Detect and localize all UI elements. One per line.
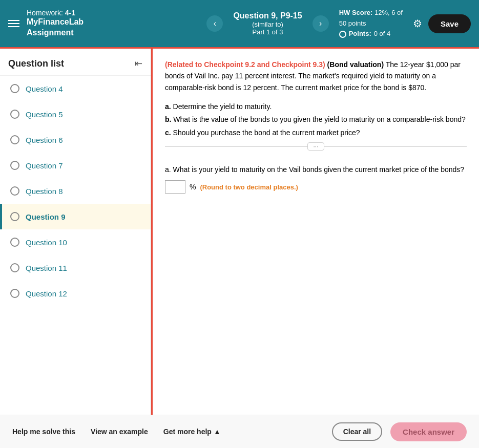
points-value: 0 of 4 bbox=[374, 29, 391, 39]
next-question-button[interactable]: › bbox=[313, 15, 329, 32]
points-label: Points: bbox=[349, 29, 371, 39]
question-list: Question 4Question 5Question 6Question 7… bbox=[0, 76, 151, 306]
radio-circle-icon bbox=[10, 212, 19, 221]
hw-score-value: 12%, 6 of bbox=[374, 9, 403, 16]
radio-circle-icon bbox=[10, 110, 19, 119]
question-item-label: Question 11 bbox=[26, 264, 67, 272]
part-a-desc: a. Determine the yield to maturity. bbox=[165, 100, 467, 113]
content-area: (Related to Checkpoint 9.2 and Checkpoin… bbox=[151, 49, 479, 415]
prev-question-button[interactable]: ‹ bbox=[206, 15, 223, 32]
part-a-text: Determine the yield to maturity. bbox=[173, 102, 272, 111]
sidebar-question-item-4[interactable]: Question 4 bbox=[0, 76, 151, 101]
question-item-label: Question 7 bbox=[26, 161, 63, 170]
get-more-help-arrow: ▲ bbox=[214, 428, 221, 436]
radio-circle-icon bbox=[10, 289, 19, 298]
question-item-label: Question 8 bbox=[26, 187, 63, 196]
settings-icon[interactable]: ⚙ bbox=[413, 17, 422, 30]
sidebar-question-item-11[interactable]: Question 11 bbox=[0, 255, 151, 281]
sidebar-title: Question list bbox=[8, 58, 64, 69]
question-parts: a. Determine the yield to maturity. b. W… bbox=[165, 100, 467, 139]
header: Homework: 4-1 MyFinanceLabAssignment ‹ Q… bbox=[0, 0, 479, 49]
get-more-help-label: Get more help bbox=[163, 428, 212, 436]
check-answer-button[interactable]: Check answer bbox=[390, 422, 467, 441]
radio-circle-icon bbox=[10, 161, 19, 170]
hw-label-text: Homework: bbox=[27, 9, 63, 17]
checkpoint-label: (Related to Checkpoint 9.2 and Checkpoin… bbox=[165, 60, 325, 69]
hw-score-points: 50 points bbox=[339, 18, 403, 29]
question-item-label: Question 4 bbox=[26, 84, 63, 93]
question-item-label: Question 10 bbox=[26, 238, 67, 247]
footer: Help me solve this View an example Get m… bbox=[0, 415, 479, 448]
help-solve-button[interactable]: Help me solve this bbox=[12, 423, 75, 440]
view-example-button[interactable]: View an example bbox=[91, 423, 148, 440]
get-more-help-button[interactable]: Get more help ▲ bbox=[163, 428, 221, 436]
answer-row: % (Round to two decimal places.) bbox=[165, 180, 467, 194]
part-b-desc: b. What is the value of the bonds to you… bbox=[165, 113, 467, 126]
header-score: HW Score: 12%, 6 of 50 points Points: 0 … bbox=[339, 8, 403, 39]
sidebar-question-item-12[interactable]: Question 12 bbox=[0, 281, 151, 306]
question-type: (Bond valuation) bbox=[327, 60, 384, 69]
question-item-label: Question 5 bbox=[26, 110, 63, 119]
sidebar-question-item-5[interactable]: Question 5 bbox=[0, 101, 151, 127]
question-item-label: Question 6 bbox=[26, 136, 63, 144]
question-title: Question 9, P9-15 bbox=[233, 11, 302, 20]
save-button[interactable]: Save bbox=[428, 14, 471, 33]
hw-title: MyFinanceLabAssignment bbox=[27, 17, 84, 38]
sidebar-question-item-9[interactable]: Question 9 bbox=[0, 204, 151, 229]
radio-circle-icon bbox=[10, 238, 19, 247]
part-c-desc: c. Should you purchase the bond at the c… bbox=[165, 126, 467, 139]
answer-hint: (Round to two decimal places.) bbox=[200, 183, 298, 191]
answer-input[interactable] bbox=[165, 180, 185, 194]
part-b-text: What is the value of the bonds to you gi… bbox=[173, 115, 465, 123]
sidebar-question-item-6[interactable]: Question 6 bbox=[0, 127, 151, 153]
menu-icon[interactable] bbox=[8, 20, 19, 27]
part-a-label: a. bbox=[165, 102, 171, 111]
part-a-question: a. What is your yield to maturity on the… bbox=[165, 164, 467, 175]
radio-circle-icon bbox=[10, 186, 19, 196]
hw-label: Homework: 4-1 bbox=[27, 9, 84, 17]
sidebar-question-item-10[interactable]: Question 10 bbox=[0, 229, 151, 255]
answer-unit: % bbox=[190, 183, 196, 191]
question-intro: (Related to Checkpoint 9.2 and Checkpoin… bbox=[165, 59, 467, 93]
collapse-sidebar-icon[interactable]: ⇤ bbox=[135, 58, 142, 69]
footer-left: Help me solve this View an example Get m… bbox=[12, 423, 221, 440]
part-c-text: Should you purchase the bond at the curr… bbox=[173, 129, 360, 137]
sidebar-header: Question list ⇤ bbox=[0, 49, 151, 76]
hw-id: 4-1 bbox=[65, 9, 75, 17]
radio-circle-icon bbox=[10, 263, 19, 272]
sidebar: Question list ⇤ Question 4Question 5Ques… bbox=[0, 49, 151, 415]
footer-right: Clear all Check answer bbox=[332, 422, 467, 441]
question-item-label: Question 9 bbox=[26, 212, 66, 221]
divider-dots: ··· bbox=[307, 142, 324, 151]
main-layout: Question list ⇤ Question 4Question 5Ques… bbox=[0, 49, 479, 415]
part-c-label: c. bbox=[165, 129, 171, 137]
header-brand: Homework: 4-1 MyFinanceLabAssignment bbox=[27, 9, 84, 38]
clear-all-button[interactable]: Clear all bbox=[332, 422, 382, 441]
question-subtitle: (similar to) bbox=[233, 20, 302, 28]
divider: ··· bbox=[165, 146, 467, 156]
points-circle-icon bbox=[339, 31, 346, 38]
radio-circle-icon bbox=[10, 135, 19, 144]
question-part: Part 1 of 3 bbox=[233, 28, 302, 36]
header-center: Question 9, P9-15 (similar to) Part 1 of… bbox=[223, 11, 312, 36]
hw-score-label: HW Score: bbox=[339, 9, 373, 16]
question-item-label: Question 12 bbox=[26, 289, 67, 298]
part-b-label: b. bbox=[165, 115, 171, 123]
sidebar-question-item-7[interactable]: Question 7 bbox=[0, 153, 151, 178]
radio-circle-icon bbox=[10, 84, 19, 93]
sidebar-question-item-8[interactable]: Question 8 bbox=[0, 178, 151, 204]
